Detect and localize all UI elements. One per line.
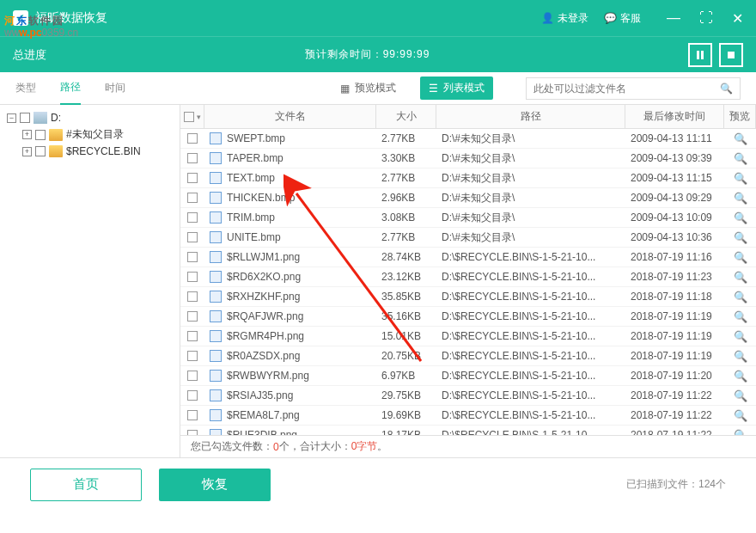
row-checkbox[interactable] xyxy=(187,410,198,420)
preview-icon[interactable]: 🔍 xyxy=(734,389,747,402)
file-icon xyxy=(210,291,222,303)
table-row[interactable]: $R0AZSDX.png20.75KBD:\$RECYCLE.BIN\S-1-5… xyxy=(180,346,756,366)
svg-rect-1 xyxy=(701,51,704,59)
file-path: D:\$RECYCLE.BIN\S-1-5-21-10... xyxy=(436,370,625,382)
file-mtime: 2009-04-13 11:15 xyxy=(625,172,724,184)
table-row[interactable]: TEXT.bmp2.77KBD:\#未知父目录\2009-04-13 11:15… xyxy=(180,168,756,188)
preview-icon[interactable]: 🔍 xyxy=(734,211,747,224)
row-checkbox[interactable] xyxy=(187,311,198,322)
recover-button[interactable]: 恢复 xyxy=(159,469,271,501)
row-checkbox[interactable] xyxy=(187,390,198,401)
row-checkbox[interactable] xyxy=(187,272,198,282)
expand-icon[interactable]: + xyxy=(22,147,32,156)
progress-label: 总进度 xyxy=(13,47,46,63)
checkbox[interactable] xyxy=(35,130,46,140)
table-row[interactable]: TAPER.bmp3.30KBD:\#未知父目录\2009-04-13 09:3… xyxy=(180,149,756,168)
list-mode-button[interactable]: ☰列表模式 xyxy=(420,77,493,100)
expand-icon[interactable]: + xyxy=(22,130,32,139)
row-checkbox[interactable] xyxy=(187,252,198,262)
tree-node[interactable]: + $RECYCLE.BIN xyxy=(22,144,173,159)
table-row[interactable]: $RLLWJM1.png28.74KBD:\$RECYCLE.BIN\S-1-5… xyxy=(180,248,756,267)
row-checkbox[interactable] xyxy=(187,232,198,242)
preview-mode-button[interactable]: ▦预览模式 xyxy=(340,81,396,95)
filter-box[interactable]: 🔍 xyxy=(526,77,741,100)
table-row[interactable]: UNITE.bmp2.77KBD:\#未知父目录\2009-04-13 10:3… xyxy=(180,228,756,248)
minimize-button[interactable]: — xyxy=(667,10,680,27)
preview-icon[interactable]: 🔍 xyxy=(734,330,747,343)
row-checkbox[interactable] xyxy=(187,371,198,381)
col-size[interactable]: 大小 xyxy=(376,105,436,128)
close-button[interactable]: ✕ xyxy=(732,10,743,27)
col-mtime[interactable]: 最后修改时间 xyxy=(625,105,724,128)
preview-icon[interactable]: 🔍 xyxy=(734,429,747,436)
row-checkbox[interactable] xyxy=(187,133,198,144)
col-name[interactable]: 文件名 xyxy=(204,105,376,128)
file-name: $REMA8L7.png xyxy=(227,409,300,421)
table-row[interactable]: $RD6X2KO.png23.12KBD:\$RECYCLE.BIN\S-1-5… xyxy=(180,267,756,287)
file-name: $RD6X2KO.png xyxy=(227,271,301,283)
row-checkbox[interactable] xyxy=(187,291,198,302)
tab-path[interactable]: 路径 xyxy=(60,71,81,105)
table-row[interactable]: SWEPT.bmp2.77KBD:\#未知父目录\2009-04-13 11:1… xyxy=(180,129,756,149)
tab-time[interactable]: 时间 xyxy=(105,72,125,104)
user-icon: 👤 xyxy=(541,12,554,24)
file-path: D:\#未知父目录\ xyxy=(436,151,625,166)
file-icon xyxy=(210,132,222,144)
preview-icon[interactable]: 🔍 xyxy=(734,350,747,363)
select-all-checkbox[interactable] xyxy=(184,112,194,122)
support-button[interactable]: 💬客服 xyxy=(604,11,641,26)
preview-icon[interactable]: 🔍 xyxy=(734,152,747,165)
file-size: 18.17KB xyxy=(376,429,436,435)
row-checkbox[interactable] xyxy=(187,331,198,341)
row-checkbox[interactable] xyxy=(187,212,198,223)
preview-icon[interactable]: 🔍 xyxy=(734,409,747,422)
file-size: 2.77KB xyxy=(376,132,436,144)
stop-button[interactable] xyxy=(719,43,743,67)
row-checkbox[interactable] xyxy=(187,153,198,163)
preview-icon[interactable]: 🔍 xyxy=(734,251,747,264)
preview-icon[interactable]: 🔍 xyxy=(734,132,747,145)
pause-button[interactable] xyxy=(688,43,712,67)
chevron-down-icon[interactable]: ▾ xyxy=(197,113,201,121)
tab-type[interactable]: 类型 xyxy=(15,72,36,104)
filter-input[interactable] xyxy=(533,83,720,95)
file-path: D:\#未知父目录\ xyxy=(436,132,625,146)
preview-icon[interactable]: 🔍 xyxy=(734,370,747,383)
row-checkbox[interactable] xyxy=(187,173,198,183)
table-body[interactable]: SWEPT.bmp2.77KBD:\#未知父目录\2009-04-13 11:1… xyxy=(180,129,756,435)
home-button[interactable]: 首页 xyxy=(30,469,142,501)
table-row[interactable]: $RSIAJ35.png29.75KBD:\$RECYCLE.BIN\S-1-5… xyxy=(180,386,756,406)
table-row[interactable]: $RWBWYRM.png6.97KBD:\$RECYCLE.BIN\S-1-5-… xyxy=(180,366,756,386)
file-name: TRIM.bmp xyxy=(227,211,275,224)
tree-node-root[interactable]: − D: xyxy=(7,110,173,126)
checkbox[interactable] xyxy=(20,113,30,123)
table-row[interactable]: $RGMR4PH.png15.01KBD:\$RECYCLE.BIN\S-1-5… xyxy=(180,327,756,346)
preview-icon[interactable]: 🔍 xyxy=(734,310,747,323)
row-checkbox[interactable] xyxy=(187,351,198,361)
file-name: $RSIAJ35.png xyxy=(227,389,293,401)
collapse-icon[interactable]: − xyxy=(7,113,16,123)
titlebar: ✓ 福昕数据恢复 👤未登录 💬客服 — ⛶ ✕ xyxy=(0,0,756,36)
maximize-button[interactable]: ⛶ xyxy=(699,10,713,27)
table-row[interactable]: $REMA8L7.png19.69KBD:\$RECYCLE.BIN\S-1-5… xyxy=(180,406,756,426)
table-row[interactable]: TRIM.bmp3.08KBD:\#未知父目录\2009-04-13 10:09… xyxy=(180,208,756,228)
file-name: $RUE3DIB.png xyxy=(227,429,297,435)
file-path: D:\$RECYCLE.BIN\S-1-5-21-10... xyxy=(436,330,625,342)
preview-icon[interactable]: 🔍 xyxy=(734,231,747,244)
search-icon[interactable]: 🔍 xyxy=(720,83,733,95)
table-row[interactable]: $RXHZKHF.png35.85KBD:\$RECYCLE.BIN\S-1-5… xyxy=(180,287,756,307)
preview-icon[interactable]: 🔍 xyxy=(734,291,747,303)
col-preview[interactable]: 预览 xyxy=(724,105,756,128)
col-path[interactable]: 路径 xyxy=(436,105,625,128)
preview-icon[interactable]: 🔍 xyxy=(734,172,747,185)
table-row[interactable]: $RQAFJWR.png35.16KBD:\$RECYCLE.BIN\S-1-5… xyxy=(180,307,756,327)
login-button[interactable]: 👤未登录 xyxy=(541,11,588,26)
table-header: ▾ 文件名 大小 路径 最后修改时间 预览 xyxy=(180,105,756,129)
row-checkbox[interactable] xyxy=(187,193,198,203)
table-row[interactable]: $RUE3DIB.png18.17KBD:\$RECYCLE.BIN\S-1-5… xyxy=(180,426,756,435)
checkbox[interactable] xyxy=(35,146,46,156)
preview-icon[interactable]: 🔍 xyxy=(734,271,747,284)
tree-node[interactable]: + #未知父目录 xyxy=(22,126,173,144)
table-row[interactable]: THICKEN.bmp2.96KBD:\#未知父目录\2009-04-13 09… xyxy=(180,188,756,208)
preview-icon[interactable]: 🔍 xyxy=(734,192,747,205)
